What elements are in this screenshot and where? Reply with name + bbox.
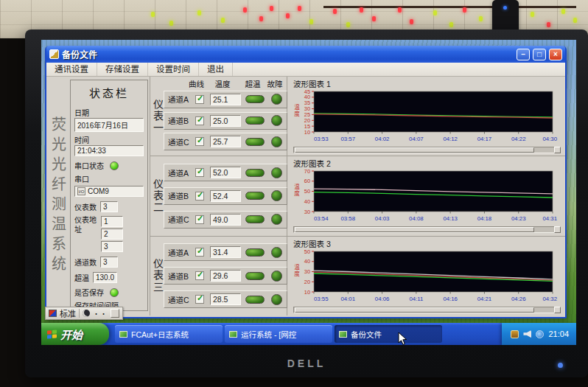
serial-status-led (110, 161, 119, 170)
taskbar-items: FCAut+日志系统 运行系统 - [网控 备份文件 (115, 323, 502, 345)
menu-item[interactable]: 设置时间 (148, 63, 199, 76)
curve-checkbox[interactable] (195, 137, 204, 146)
instrument-name: 仪表三 (152, 238, 164, 314)
svg-text:04:21: 04:21 (477, 296, 492, 302)
svg-text:04:13: 04:13 (443, 215, 458, 222)
scrollbar-thumb[interactable] (295, 227, 534, 232)
svg-text:温: 温 (294, 184, 300, 190)
chart-scrollbar[interactable] (293, 226, 555, 233)
scrollbar-button[interactable] (554, 226, 561, 233)
instrument-column-headers: 曲线 温度 超温 故障 (164, 78, 285, 89)
ime-punct-icon[interactable]: ・・ (93, 309, 108, 318)
scrollbar-button[interactable] (554, 307, 561, 313)
channel-row: 通道A 31.4 (164, 243, 287, 261)
scrollbar-thumb[interactable] (295, 147, 534, 153)
svg-text:04:11: 04:11 (409, 296, 423, 302)
display-tray-icon[interactable] (511, 330, 519, 338)
scrollbar-thumb[interactable] (295, 307, 534, 313)
ime-language-bar[interactable]: 标准 ・・ (45, 307, 123, 320)
temperature-value: 31.4 (210, 246, 241, 258)
curve-column-header: 曲线 (189, 78, 205, 89)
svg-text:04:18: 04:18 (477, 215, 492, 222)
curve-checkbox[interactable] (195, 215, 204, 224)
waveform-chart: 温度101520253035404503:5303:5704:0204:0704… (292, 89, 560, 147)
curve-checkbox[interactable] (195, 295, 204, 304)
titlebar[interactable]: 备份文件 – □ × (46, 46, 565, 63)
save-label: 是否保存 (74, 287, 104, 298)
svg-text:40: 40 (304, 258, 310, 265)
menu-item[interactable]: 通讯设置 (46, 63, 97, 76)
taskbar-item[interactable]: FCAut+日志系统 (115, 325, 223, 343)
chart-scrollbar[interactable] (293, 147, 555, 153)
volume-tray-icon[interactable] (523, 330, 531, 338)
overtemp-value[interactable]: 130.0 (93, 272, 117, 283)
maximize-button[interactable]: □ (533, 49, 546, 60)
curve-checkbox[interactable] (195, 95, 204, 104)
channel-row: 通道A 52.0 (164, 164, 287, 181)
serial-status-label: 串口状态 (74, 160, 104, 171)
status-panel: 状态栏 日期 2016年7月16日 时间 21:04:33 串口状态 串口 I/… (70, 80, 148, 311)
svg-text:04:06: 04:06 (375, 296, 390, 302)
channel-row: 通道B 25.0 (164, 112, 287, 130)
svg-text:04:08: 04:08 (409, 215, 424, 222)
fault-led (271, 247, 282, 258)
chart-scrollbar[interactable] (293, 307, 555, 313)
ime-fullhalf-icon[interactable] (83, 310, 90, 317)
minimize-button[interactable]: – (517, 49, 530, 60)
menubar: 通讯设置存储设置设置时间退出 (46, 63, 565, 77)
channel-row: 通道B 52.4 (164, 187, 287, 205)
curve-checkbox[interactable] (195, 271, 204, 280)
temperature-value: 28.5 (210, 293, 241, 305)
date-value: 2016年7月16日 (74, 118, 144, 132)
meter-count-value[interactable]: 3 (100, 201, 118, 212)
meter-addr-value[interactable]: 2 (101, 229, 123, 240)
dell-monitor: 备份文件 – □ × 通讯设置存储设置设置时间退出 荧光光纤测温系统 状态栏 日 (25, 29, 588, 377)
waveform-chart: 温度304050607003:5403:5804:0304:0804:1304:… (292, 169, 560, 226)
tray-clock[interactable]: 21:04 (548, 330, 569, 338)
menu-item[interactable]: 退出 (199, 63, 233, 76)
taskbar-item[interactable]: 备份文件 (335, 325, 442, 343)
waveform-chart: 温度102030405003:5504:0104:0604:1104:1604:… (292, 249, 560, 307)
curve-checkbox[interactable] (195, 116, 204, 125)
channel-rows: 通道A 52.0 通 (164, 158, 287, 234)
save-status-led[interactable] (110, 288, 119, 297)
close-button[interactable]: × (549, 49, 562, 60)
ime-options-button[interactable] (111, 309, 119, 318)
channel-row: 通道C 28.5 (164, 290, 287, 308)
overtemp-led (245, 272, 265, 280)
channel-row: 通道C 25.7 (164, 133, 287, 150)
svg-text:04:32: 04:32 (542, 296, 557, 302)
svg-text:04:26: 04:26 (511, 296, 526, 302)
svg-text:04:31: 04:31 (542, 215, 557, 222)
curve-checkbox[interactable] (195, 168, 204, 177)
svg-text:30: 30 (304, 105, 310, 112)
overtemp-led (245, 116, 265, 125)
svg-text:70: 70 (304, 169, 310, 175)
fault-led (271, 136, 282, 147)
svg-text:度: 度 (294, 189, 300, 197)
monitor-power-led[interactable] (558, 363, 563, 368)
serial-port-combo[interactable]: I/O COM9 (74, 186, 144, 197)
meter-addr-value[interactable]: 1 (101, 216, 123, 227)
ime-mode-label[interactable]: 标准 (60, 307, 76, 319)
photo-scene: 备份文件 – □ × 通讯设置存储设置设置时间退出 荧光光纤测温系统 状态栏 日 (0, 0, 588, 387)
taskbar-item[interactable]: 运行系统 - [网控 (225, 325, 332, 343)
temperature-value: 52.4 (210, 190, 241, 202)
curve-checkbox[interactable] (195, 192, 204, 201)
ime-keyboard-icon[interactable] (49, 310, 57, 317)
temperature-value: 25.1 (210, 94, 241, 105)
channel-count-value[interactable]: 3 (100, 257, 118, 268)
svg-text:04:12: 04:12 (443, 136, 458, 142)
svg-text:25: 25 (304, 111, 310, 118)
scrollbar-button[interactable] (554, 147, 561, 153)
network-tray-icon[interactable] (536, 330, 544, 338)
channel-row: 通道C 49.0 (164, 211, 287, 229)
overtemp-led (245, 138, 265, 146)
meter-addr-value[interactable]: 3 (101, 241, 123, 252)
chart-title: 波形图表 3 (292, 237, 562, 249)
start-button[interactable]: 开始 (41, 323, 109, 345)
svg-text:03:58: 03:58 (341, 215, 356, 222)
curve-checkbox[interactable] (195, 248, 204, 257)
status-panel-header: 状态栏 (74, 83, 144, 105)
menu-item[interactable]: 存储设置 (97, 63, 148, 76)
